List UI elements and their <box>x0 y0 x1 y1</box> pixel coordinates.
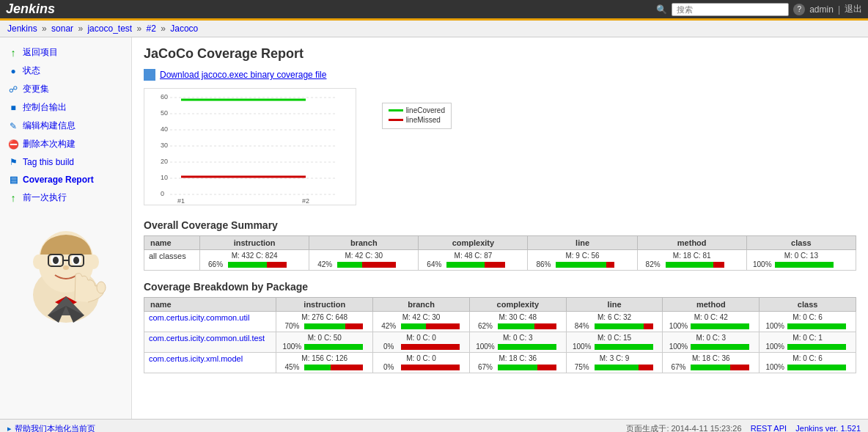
table-row: all classesM: 432 C: 82466%M: 42 C: 3042… <box>144 250 856 271</box>
col-name2: name <box>144 298 276 312</box>
chart-legend: lineCovered lineMissed <box>382 103 452 129</box>
sidebar-label-back: 返回项目 <box>23 46 58 59</box>
package-name-cell[interactable]: com.certus.icity.common.util.test <box>144 332 276 353</box>
breakdown-table: name instruction branch complexity line … <box>144 297 856 373</box>
sidebar-label-delete: 删除本次构建 <box>23 138 76 150</box>
sidebar-item-console[interactable]: ■ 控制台输出 <box>0 98 131 117</box>
legend-covered-color <box>389 109 403 111</box>
package-name-cell[interactable]: com.certus.icity.xml.model <box>144 353 276 373</box>
build-date: 页面生成于: 2014-4-11 15:23:26 <box>626 424 741 432</box>
col-branch2: branch <box>373 298 470 312</box>
sidebar-item-changes[interactable]: ☍ 变更集 <box>0 80 131 98</box>
changes-icon: ☍ <box>7 84 19 95</box>
header: Jenkins 🔍 ? admin | 退出 <box>0 0 868 21</box>
table-cell: M: 0 C: 42100% <box>663 312 760 332</box>
col-branch: branch <box>309 236 419 250</box>
svg-point-5 <box>73 257 79 264</box>
table-cell: M: 18 C: 8182% <box>637 250 746 271</box>
content: JaCoCo Coverage Report Download jacoco.e… <box>132 37 868 419</box>
svg-point-4 <box>53 257 59 264</box>
legend-missed-color <box>389 119 403 121</box>
jenkins-mascot <box>22 214 110 324</box>
table-row: com.certus.icity.common.utilM: 276 C: 64… <box>144 312 856 332</box>
search-icon: 🔍 <box>656 4 667 15</box>
table-cell: M: 30 C: 4862% <box>469 312 566 332</box>
table-cell: M: 0 C: 6100% <box>760 312 856 332</box>
jenkins-logo: Jenkins <box>6 1 55 17</box>
table-cell: M: 6 C: 3284% <box>566 312 663 332</box>
user-link[interactable]: admin <box>809 4 834 15</box>
sidebar-item-tag[interactable]: ⚑ Tag this build <box>0 153 131 171</box>
edit-icon: ✎ <box>7 120 19 132</box>
overall-table: name instruction branch complexity line … <box>144 235 856 271</box>
coverage-chart: 60 50 40 30 20 10 0 <box>144 88 356 205</box>
table-cell: M: 0 C: 15100% <box>566 332 663 353</box>
legend-covered: lineCovered <box>389 106 445 114</box>
version-link[interactable]: Jenkins ver. 1.521 <box>795 424 861 432</box>
table-row: com.certus.icity.xml.modelM: 156 C: 1264… <box>144 353 856 373</box>
download-link[interactable]: Download jacoco.exec binary coverage fil… <box>160 70 326 80</box>
col-complexity2: complexity <box>469 298 566 312</box>
sidebar-label-console: 控制台输出 <box>23 101 67 114</box>
breadcrumb: Jenkins » sonar » jacoco_test » #2 » Jac… <box>0 21 868 37</box>
sidebar-item-prev[interactable]: ↑ 前一次执行 <box>0 188 131 207</box>
col-class: class <box>746 236 856 250</box>
svg-text:60: 60 <box>161 93 168 100</box>
breadcrumb-coverage[interactable]: Jacoco <box>170 23 198 34</box>
table-cell: M: 0 C: 13100% <box>746 250 856 271</box>
table-row: com.certus.icity.common.util.testM: 0 C:… <box>144 332 856 353</box>
search-input[interactable] <box>672 3 789 16</box>
package-link[interactable]: com.certus.icity.common.util.test <box>149 334 265 343</box>
table-cell: M: 18 C: 3667% <box>663 353 760 373</box>
tag-icon: ⚑ <box>7 156 19 168</box>
table-cell: M: 156 C: 12645% <box>276 353 373 373</box>
breadcrumb-sep3: » <box>136 23 144 34</box>
sidebar-item-status[interactable]: ● 状态 <box>0 62 131 80</box>
package-link[interactable]: com.certus.icity.xml.model <box>149 354 243 363</box>
rest-api-link[interactable]: REST API <box>751 424 787 432</box>
table-cell: M: 42 C: 3042% <box>309 250 419 271</box>
svg-text:10: 10 <box>161 174 168 181</box>
footer-right: 页面生成于: 2014-4-11 15:23:26 REST API Jenki… <box>626 423 861 432</box>
table-cell: M: 432 C: 82466% <box>200 250 309 271</box>
col-line2: line <box>566 298 663 312</box>
main-layout: ↑ 返回项目 ● 状态 ☍ 变更集 ■ 控制台输出 ✎ 编辑构建信息 ⛔ 删除本… <box>0 37 868 419</box>
svg-point-10 <box>33 255 43 269</box>
package-link[interactable]: com.certus.icity.common.util <box>149 313 249 322</box>
prev-icon: ↑ <box>7 192 19 204</box>
sidebar-item-coverage[interactable]: ▤ Coverage Report <box>0 171 131 188</box>
breadcrumb-jenkins[interactable]: Jenkins <box>7 23 37 34</box>
svg-text:#2: #2 <box>302 197 309 205</box>
legend-covered-label: lineCovered <box>406 106 445 114</box>
table-cell: M: 0 C: 3100% <box>469 332 566 353</box>
legend-missed: lineMissed <box>389 116 445 124</box>
logout-link[interactable]: 退出 <box>845 3 862 15</box>
breadcrumb-jacoco[interactable]: jacoco_test <box>87 23 132 34</box>
breadcrumb-build[interactable]: #2 <box>147 23 156 34</box>
sidebar-item-back[interactable]: ↑ 返回项目 <box>0 43 131 62</box>
legend-missed-label: lineMissed <box>406 116 441 124</box>
col-instruction: instruction <box>200 236 309 250</box>
svg-text:0: 0 <box>161 190 164 197</box>
sidebar-item-delete[interactable]: ⛔ 删除本次构建 <box>0 135 131 153</box>
sidebar-item-buildinfo[interactable]: ✎ 编辑构建信息 <box>0 117 131 135</box>
svg-text:40: 40 <box>161 125 168 133</box>
arrow-up-icon: ↑ <box>7 47 19 59</box>
footer-left: ▸ 帮助我们本地化当前页 <box>7 423 95 432</box>
table-cell: M: 3 C: 975% <box>566 353 663 373</box>
col-class2: class <box>760 298 856 312</box>
col-method2: method <box>663 298 760 312</box>
localize-link[interactable]: 帮助我们本地化当前页 <box>15 423 95 432</box>
svg-text:50: 50 <box>161 109 168 117</box>
svg-text:20: 20 <box>161 158 168 165</box>
sidebar: ↑ 返回项目 ● 状态 ☍ 变更集 ■ 控制台输出 ✎ 编辑构建信息 ⛔ 删除本… <box>0 37 132 419</box>
table-cell: M: 42 C: 3042% <box>373 312 470 332</box>
package-name-cell[interactable]: com.certus.icity.common.util <box>144 312 276 332</box>
help-button[interactable]: ? <box>793 4 805 15</box>
sidebar-label-prev: 前一次执行 <box>23 191 67 204</box>
breadcrumb-sonar[interactable]: sonar <box>51 23 73 34</box>
download-icon <box>144 69 155 81</box>
table-cell: M: 18 C: 3667% <box>469 353 566 373</box>
col-complexity: complexity <box>419 236 528 250</box>
table-cell: M: 0 C: 1100% <box>760 332 856 353</box>
